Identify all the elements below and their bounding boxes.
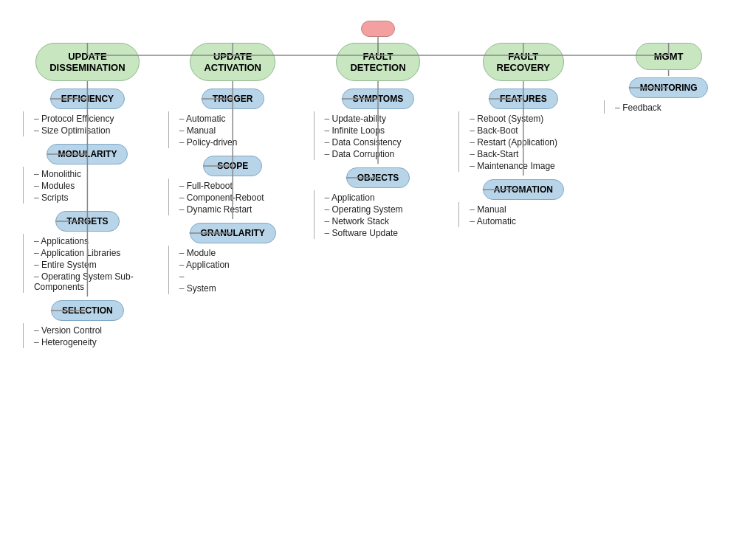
leaf-item: Operating System Sub-Components	[34, 271, 161, 293]
leaf-list-targets: ApplicationsApplication LibrariesEntire …	[28, 235, 161, 293]
leaf-list-symptoms: Update-abilityInfinite LoopsData Consist…	[319, 113, 452, 160]
leaf-item: Dynamic Restart	[179, 204, 306, 215]
section-content-scope: Full-RebootComponent-RebootDynamic Resta…	[168, 179, 306, 215]
section-content-targets: ApplicationsApplication LibrariesEntire …	[23, 234, 161, 293]
blue-node-selection: SELECTION	[51, 300, 124, 321]
section-features: FEATURESReboot (System)Back-BootRestart …	[454, 89, 592, 172]
leaf-item: Operating System	[325, 204, 452, 215]
col-fault-detection: FAULT DETECTIONSYMPTOMSUpdate-abilityInf…	[309, 37, 447, 239]
leaf-item: Monolithic	[34, 168, 161, 180]
blue-node-objects: OBJECTS	[346, 167, 410, 188]
leaf-item: Data Corruption	[325, 148, 452, 160]
section-content-selection: Version ControlHeterogeneity	[23, 323, 161, 348]
col-activation: UPDATE ACTIVATIONTRIGGERAutomaticManualP…	[164, 37, 302, 294]
leaf-item: Restart (Application)	[470, 136, 597, 148]
section-content-modularity: MonolithicModulesScripts	[23, 167, 161, 204]
blue-node-symptoms: SYMPTOMS	[342, 89, 414, 109]
blue-node-scope: SCOPE	[203, 156, 262, 176]
col-header-mgmt: MGMT	[636, 43, 702, 70]
section-content-efficiency: Protocol EfficiencySize Optimisation	[23, 111, 161, 136]
root-node	[361, 21, 395, 37]
leaf-item: Manual	[470, 204, 597, 215]
col-mgmt: MGMTMONITORINGFeedback	[599, 37, 738, 114]
leaf-list-objects: ApplicationOperating SystemNetwork Stack…	[319, 192, 452, 239]
leaf-list-granularity: ModuleApplication System	[173, 247, 306, 294]
leaf-item: Version Control	[34, 325, 161, 336]
leaf-item: Automatic	[470, 215, 597, 227]
section-content-monitoring: Feedback	[604, 100, 742, 114]
diagram: UPDATE DISSEMINATIONEFFICIENCYProtocol E…	[0, 0, 756, 551]
leaf-item: Module	[179, 247, 306, 259]
leaf-item: Network Stack	[325, 215, 452, 227]
blue-node-efficiency: EFFICIENCY	[50, 89, 125, 109]
blue-node-granularity: GRANULARITY	[190, 223, 276, 243]
section-trigger: TRIGGERAutomaticManualPolicy-driven	[164, 89, 302, 148]
col-header-activation: UPDATE ACTIVATION	[190, 43, 275, 81]
section-granularity: GRANULARITYModuleApplication System	[164, 223, 302, 294]
leaf-list-scope: Full-RebootComponent-RebootDynamic Resta…	[173, 180, 306, 215]
section-content-trigger: AutomaticManualPolicy-driven	[168, 111, 306, 148]
leaf-item: Data Consistency	[325, 136, 452, 148]
leaf-item: Heterogeneity	[34, 336, 161, 348]
col-header-dissemination: UPDATE DISSEMINATION	[35, 43, 139, 81]
section-modularity: MODULARITYMonolithicModulesScripts	[18, 144, 157, 204]
leaf-item: Size Optimisation	[34, 125, 161, 136]
blue-node-automation: AUTOMATION	[483, 179, 564, 200]
blue-node-features: FEATURES	[489, 89, 558, 109]
leaf-list-modularity: MonolithicModulesScripts	[28, 168, 161, 204]
leaf-list-automation: ManualAutomatic	[464, 204, 597, 227]
leaf-item: Update-ability	[325, 113, 452, 125]
section-selection: SELECTIONVersion ControlHeterogeneity	[18, 300, 157, 348]
leaf-item: Feedback	[615, 102, 742, 114]
blue-node-targets: TARGETS	[55, 211, 119, 232]
leaf-item: Applications	[34, 235, 161, 247]
section-objects: OBJECTSApplicationOperating SystemNetwor…	[309, 167, 447, 239]
section-efficiency: EFFICIENCYProtocol EfficiencySize Optimi…	[18, 89, 157, 136]
section-symptoms: SYMPTOMSUpdate-abilityInfinite LoopsData…	[309, 89, 447, 160]
leaf-list-features: Reboot (System)Back-BootRestart (Applica…	[464, 113, 597, 172]
leaf-item: Component-Reboot	[179, 192, 306, 204]
leaf-item: Protocol Efficiency	[34, 113, 161, 125]
leaf-item: Application	[325, 192, 452, 204]
leaf-list-trigger: AutomaticManualPolicy-driven	[173, 113, 306, 148]
leaf-spacer	[179, 271, 306, 283]
section-content-features: Reboot (System)Back-BootRestart (Applica…	[458, 111, 597, 172]
leaf-item: Policy-driven	[179, 136, 306, 148]
leaf-item: Scripts	[34, 192, 161, 204]
leaf-item: Manual	[179, 125, 306, 136]
leaf-item: Application	[179, 259, 306, 271]
leaf-item: Back-Boot	[470, 125, 597, 136]
section-targets: TARGETSApplicationsApplication Libraries…	[18, 211, 157, 293]
col-header-fault-recovery: FAULT RECOVERY	[483, 43, 564, 81]
leaf-list-monitoring: Feedback	[609, 102, 742, 114]
section-content-symptoms: Update-abilityInfinite LoopsData Consist…	[314, 111, 452, 160]
root-row	[7, 21, 749, 37]
section-content-granularity: ModuleApplication System	[168, 246, 306, 294]
blue-node-monitoring: MONITORING	[629, 77, 709, 98]
leaf-item: Entire System	[34, 259, 161, 271]
leaf-item: Maintenance Image	[470, 160, 597, 172]
blue-node-modularity: MODULARITY	[47, 144, 128, 164]
leaf-list-efficiency: Protocol EfficiencySize Optimisation	[28, 113, 161, 136]
leaf-item: Full-Reboot	[179, 180, 306, 192]
leaf-item: Reboot (System)	[470, 113, 597, 125]
section-monitoring: MONITORINGFeedback	[599, 77, 738, 114]
section-scope: SCOPEFull-RebootComponent-RebootDynamic …	[164, 156, 302, 215]
col-fault-recovery: FAULT RECOVERYFEATURESReboot (System)Bac…	[454, 37, 592, 227]
col-header-fault-detection: FAULT DETECTION	[336, 43, 419, 81]
blue-node-trigger: TRIGGER	[202, 89, 264, 109]
section-automation: AUTOMATIONManualAutomatic	[454, 179, 592, 227]
leaf-item: Infinite Loops	[325, 125, 452, 136]
leaf-item: Modules	[34, 180, 161, 192]
leaf-list-selection: Version ControlHeterogeneity	[28, 325, 161, 348]
columns-row: UPDATE DISSEMINATIONEFFICIENCYProtocol E…	[7, 37, 749, 348]
leaf-item: Application Libraries	[34, 247, 161, 259]
leaf-item: Automatic	[179, 113, 306, 125]
leaf-item: System	[179, 283, 306, 294]
col-dissemination: UPDATE DISSEMINATIONEFFICIENCYProtocol E…	[18, 37, 157, 348]
section-content-automation: ManualAutomatic	[458, 202, 597, 227]
leaf-item: Back-Start	[470, 148, 597, 160]
leaf-item: Software Update	[325, 227, 452, 239]
section-content-objects: ApplicationOperating SystemNetwork Stack…	[314, 190, 452, 239]
